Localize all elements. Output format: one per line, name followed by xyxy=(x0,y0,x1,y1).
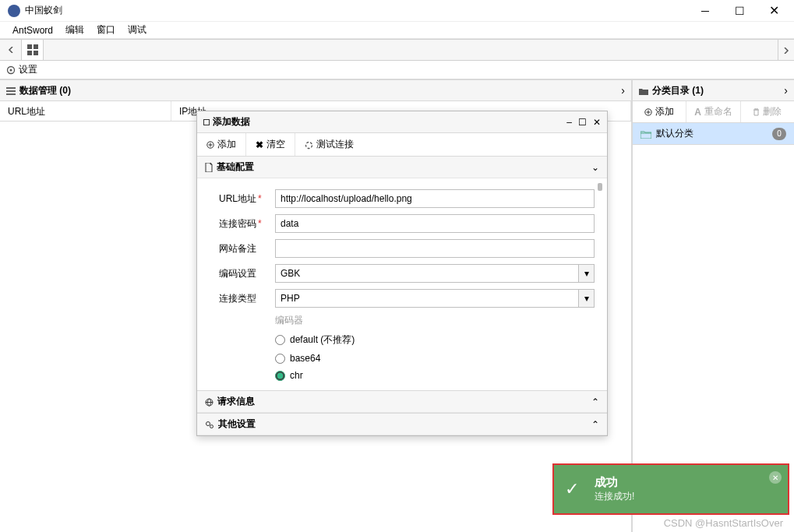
category-rename-button[interactable]: A 重命名 xyxy=(686,101,740,122)
section-other-header[interactable]: 其他设置 ⌃ xyxy=(197,414,607,435)
column-url[interactable]: URL地址 xyxy=(0,101,171,121)
menu-edit[interactable]: 编辑 xyxy=(59,22,90,38)
category-rename-label: 重命名 xyxy=(704,105,732,118)
menu-window[interactable]: 窗口 xyxy=(90,22,122,38)
encoder-option-label: chr xyxy=(290,370,303,381)
x-icon: ✖ xyxy=(256,139,263,150)
chevron-right-icon xyxy=(783,48,789,54)
encoding-value: GBK xyxy=(281,268,300,279)
dialog-add-button[interactable]: 添加 xyxy=(197,133,246,156)
settings-label: 设置 xyxy=(19,63,37,76)
category-item[interactable]: 默认分类 0 xyxy=(633,123,794,145)
plus-icon xyxy=(206,139,214,150)
minimize-button[interactable]: ─ xyxy=(688,0,722,22)
dialog-title: 添加数据 xyxy=(213,115,250,129)
section-basic: 基础配置 ⌄ URL地址* 连接密码* 网站备注 编码设置 GBK ▾ xyxy=(197,157,607,391)
dialog-test-button[interactable]: 测试连接 xyxy=(295,133,363,156)
category-add-label: 添加 xyxy=(655,105,674,118)
trash-icon xyxy=(753,107,760,118)
radio-input[interactable] xyxy=(275,371,285,381)
chevron-up-icon: ⌃ xyxy=(591,419,599,430)
chevron-left-icon xyxy=(8,47,14,53)
maximize-button[interactable]: ☐ xyxy=(722,0,757,22)
document-icon xyxy=(205,162,213,173)
toast-title: 成功 xyxy=(595,475,634,490)
dialog-minimize[interactable]: – xyxy=(566,117,572,128)
window-title: 中国蚁剑 xyxy=(25,4,62,17)
close-button[interactable]: ✕ xyxy=(757,0,791,22)
password-input[interactable] xyxy=(275,214,595,233)
chevron-up-icon: ⌃ xyxy=(591,396,599,407)
window-icon xyxy=(203,119,210,125)
scrollbar[interactable] xyxy=(598,178,604,390)
settings-bar[interactable]: 设置 xyxy=(0,61,794,79)
dialog-titlebar[interactable]: 添加数据 – ☐ ✕ xyxy=(197,111,607,133)
encoder-option-label: default (不推荐) xyxy=(290,333,355,347)
chevron-right-icon: › xyxy=(621,84,625,97)
section-other-title: 其他设置 xyxy=(218,417,256,431)
font-icon: A xyxy=(694,107,701,118)
dialog-close[interactable]: ✕ xyxy=(593,117,601,128)
titlebar: 中国蚁剑 ─ ☐ ✕ xyxy=(0,0,794,22)
success-toast: ✓ 成功 连接成功! ✕ xyxy=(552,463,789,515)
dialog-test-label: 测试连接 xyxy=(316,138,354,151)
url-label: URL地址 xyxy=(219,193,256,204)
section-request: 请求信息 ⌃ xyxy=(197,391,607,414)
dialog-clear-label: 清空 xyxy=(266,138,285,151)
spinner-icon xyxy=(305,139,313,150)
required-marker: * xyxy=(258,218,262,229)
encoder-option-label: base64 xyxy=(290,353,320,364)
tab-next[interactable] xyxy=(778,40,794,60)
grid-icon xyxy=(27,44,38,55)
radio-input[interactable] xyxy=(275,354,285,364)
list-icon xyxy=(6,85,16,96)
dialog-maximize[interactable]: ☐ xyxy=(578,117,587,128)
add-data-dialog: 添加数据 – ☐ ✕ 添加 ✖ 清空 测试连接 基础配置 ⌄ xyxy=(196,111,608,436)
category-item-count: 0 xyxy=(772,128,786,140)
note-input[interactable] xyxy=(275,239,595,258)
menubar: AntSword 编辑 窗口 调试 xyxy=(0,22,794,39)
category-add-button[interactable]: 添加 xyxy=(633,101,686,122)
category-toolbar: 添加 A 重命名 删除 xyxy=(633,101,794,123)
category-panel-title: 分类目录 (1) xyxy=(652,84,704,97)
dialog-add-label: 添加 xyxy=(217,138,236,151)
encoding-select[interactable]: GBK ▾ xyxy=(275,264,595,283)
chevron-down-icon: ⌄ xyxy=(591,162,599,173)
svg-point-4 xyxy=(306,142,312,148)
dialog-toolbar: 添加 ✖ 清空 测试连接 xyxy=(197,133,607,157)
section-basic-title: 基础配置 xyxy=(217,160,254,174)
tab-empty-area xyxy=(44,40,778,60)
category-panel-header[interactable]: 分类目录 (1) › xyxy=(633,79,794,101)
menu-appname[interactable]: AntSword xyxy=(6,23,59,37)
url-input[interactable] xyxy=(275,189,595,208)
section-request-header[interactable]: 请求信息 ⌃ xyxy=(197,391,607,413)
chevron-down-icon: ▾ xyxy=(578,265,594,282)
gear-icon xyxy=(6,65,16,76)
radio-input[interactable] xyxy=(275,335,285,345)
encoder-option-chr[interactable]: chr xyxy=(275,370,601,381)
note-label: 网站备注 xyxy=(219,243,256,254)
type-select[interactable]: PHP ▾ xyxy=(275,289,595,308)
encoder-option-base64[interactable]: base64 xyxy=(275,353,601,364)
svg-point-6 xyxy=(206,421,210,425)
pwd-label: 连接密码 xyxy=(219,218,256,229)
section-request-title: 请求信息 xyxy=(217,395,255,408)
encoder-label: 编码器 xyxy=(275,314,303,327)
chevron-right-icon: › xyxy=(784,84,788,97)
app-icon xyxy=(8,5,20,17)
encoding-label: 编码设置 xyxy=(219,268,256,279)
plus-icon xyxy=(644,107,652,118)
category-delete-button[interactable]: 删除 xyxy=(741,101,794,122)
section-basic-header[interactable]: 基础配置 ⌄ xyxy=(197,157,607,178)
required-marker: * xyxy=(258,193,262,204)
dialog-clear-button[interactable]: ✖ 清空 xyxy=(246,133,295,156)
encoder-option-default[interactable]: default (不推荐) xyxy=(275,333,601,347)
chevron-down-icon: ▾ xyxy=(578,290,594,307)
folder-open-icon xyxy=(640,129,651,139)
menu-debug[interactable]: 调试 xyxy=(122,22,153,38)
tab-home[interactable] xyxy=(22,40,44,60)
svg-point-7 xyxy=(210,425,213,428)
data-panel-header[interactable]: 数据管理 (0) › xyxy=(0,79,631,101)
toast-close[interactable]: ✕ xyxy=(769,471,782,484)
tab-prev[interactable] xyxy=(0,40,22,60)
